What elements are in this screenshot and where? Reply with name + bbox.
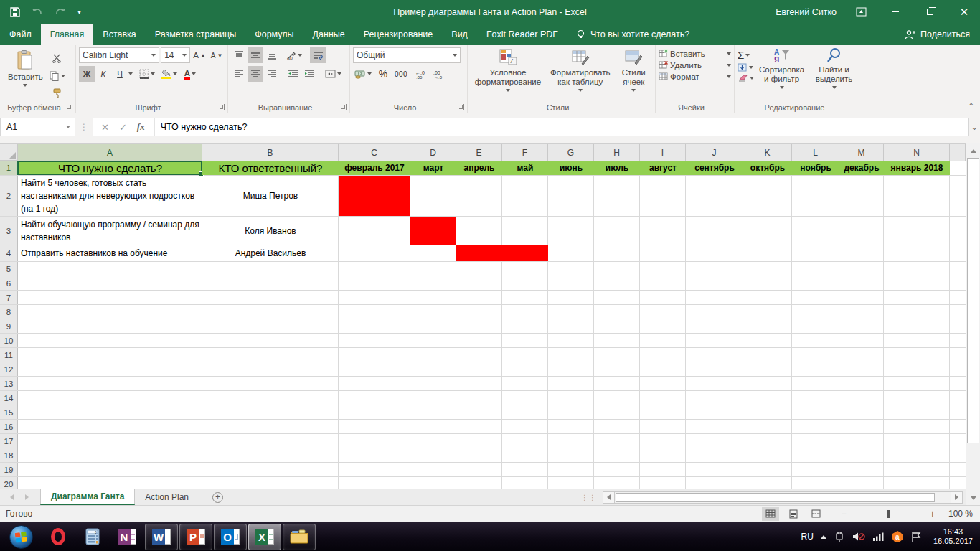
- font-color-icon[interactable]: А: [182, 66, 198, 82]
- tab-data[interactable]: Данные: [303, 24, 354, 45]
- grid-row-19[interactable]: 19: [0, 463, 966, 477]
- taskbar-calculator-button[interactable]: 0: [76, 524, 109, 550]
- bold-button[interactable]: Ж: [79, 66, 95, 82]
- avast-icon[interactable]: a: [891, 531, 904, 543]
- format-painter-icon[interactable]: [48, 85, 67, 100]
- column-header-E[interactable]: E: [456, 144, 502, 161]
- delete-cells-button[interactable]: Удалить: [659, 60, 731, 70]
- taskbar-explorer-button[interactable]: [283, 524, 316, 550]
- row-header-6[interactable]: 6: [0, 276, 18, 290]
- cell-A3-task[interactable]: Найти обучающую программу / семинар для …: [18, 217, 202, 245]
- italic-button[interactable]: К: [95, 66, 111, 82]
- cell-E4-bar[interactable]: [456, 245, 502, 261]
- row-header-16[interactable]: 16: [0, 420, 18, 433]
- row-header-9[interactable]: 9: [0, 319, 18, 333]
- font-dialog-launcher[interactable]: [218, 104, 225, 110]
- cell-D1-month[interactable]: март: [410, 161, 456, 175]
- align-middle-icon[interactable]: [248, 47, 263, 63]
- grid-row-20[interactable]: 20: [0, 477, 966, 489]
- format-as-table-button[interactable]: Форматировать как таблицу: [545, 47, 615, 100]
- cell-D4[interactable]: [410, 245, 456, 261]
- clipboard-dialog-launcher[interactable]: [66, 104, 72, 110]
- merge-center-icon[interactable]: [324, 66, 343, 82]
- taskbar-outlook-button[interactable]: O: [214, 524, 247, 550]
- power-plug-icon[interactable]: [834, 531, 845, 542]
- cut-icon[interactable]: [48, 51, 67, 66]
- align-top-icon[interactable]: [231, 47, 247, 63]
- network-signal-icon[interactable]: [872, 532, 884, 542]
- currency-icon[interactable]: [353, 66, 373, 82]
- new-sheet-icon[interactable]: +: [212, 492, 223, 503]
- font-name-combo[interactable]: Calibri Light: [79, 47, 159, 63]
- row-header-13[interactable]: 13: [0, 377, 18, 390]
- horizontal-scroll-track[interactable]: [615, 491, 951, 504]
- undo-icon[interactable]: [32, 8, 43, 17]
- align-right-icon[interactable]: [264, 66, 280, 82]
- cell-J1-month[interactable]: сентябрь: [686, 161, 743, 175]
- cell-H1-month[interactable]: июль: [594, 161, 640, 175]
- cell-L1-month[interactable]: ноябрь: [792, 161, 839, 175]
- cell-E3[interactable]: [456, 217, 502, 245]
- taskbar-clock[interactable]: 16:43 16.05.2017: [929, 527, 973, 546]
- taskbar-opera-button[interactable]: [42, 524, 75, 550]
- column-header-N[interactable]: N: [884, 144, 950, 161]
- row-header-14[interactable]: 14: [0, 391, 18, 405]
- conditional-formatting-button[interactable]: ≠ Условное форматирование: [471, 47, 545, 100]
- column-header-F[interactable]: F: [502, 144, 548, 161]
- cancel-entry-icon[interactable]: ✕: [101, 122, 109, 133]
- tab-home[interactable]: Главная: [41, 24, 94, 45]
- grid-row-17[interactable]: 17: [0, 434, 966, 448]
- customize-qat-icon[interactable]: ▾: [77, 8, 82, 16]
- row-header-8[interactable]: 8: [0, 305, 18, 319]
- cell-N1-month[interactable]: январь 2018: [884, 161, 950, 175]
- restore-button[interactable]: [920, 4, 940, 20]
- paste-button[interactable]: Вставить: [3, 47, 48, 100]
- insert-cells-button[interactable]: Вставить: [659, 49, 731, 58]
- horizontal-scroll-thumb[interactable]: [616, 493, 935, 502]
- cell-E2[interactable]: [456, 176, 502, 216]
- confirm-entry-icon[interactable]: ✓: [119, 122, 127, 133]
- vertical-scroll-thumb[interactable]: [967, 158, 979, 443]
- grow-font-button[interactable]: А▲: [192, 47, 207, 63]
- grid-row-12[interactable]: 12: [0, 362, 966, 377]
- volume-muted-icon[interactable]: [852, 531, 865, 542]
- zoom-slider-thumb[interactable]: [887, 510, 890, 518]
- scroll-up-icon[interactable]: [966, 143, 980, 158]
- column-header-A[interactable]: A: [18, 144, 202, 161]
- ribbon-display-options-icon[interactable]: [851, 4, 871, 20]
- grid-row-10[interactable]: 10: [0, 334, 966, 348]
- align-bottom-icon[interactable]: [264, 47, 280, 63]
- grid-row-14[interactable]: 14: [0, 391, 966, 405]
- grid-row-7[interactable]: 7: [0, 291, 966, 305]
- zoom-out-icon[interactable]: −: [841, 509, 847, 519]
- row-header-17[interactable]: 17: [0, 434, 18, 448]
- formula-input[interactable]: ЧТО нужно сделать?: [154, 118, 969, 136]
- row-header-15[interactable]: 15: [0, 405, 18, 419]
- column-header-C[interactable]: C: [339, 144, 410, 161]
- decrease-decimal-icon[interactable]: .00→,0: [432, 66, 448, 82]
- column-header-G[interactable]: G: [548, 144, 594, 161]
- cell-G1-month[interactable]: июнь: [548, 161, 594, 175]
- grid-row-16[interactable]: 16: [0, 420, 966, 434]
- sort-filter-button[interactable]: АЯ Сортировка и фильтр: [754, 47, 809, 100]
- format-cells-button[interactable]: Формат: [659, 72, 731, 81]
- column-header-B[interactable]: B: [202, 144, 339, 161]
- cell-C3[interactable]: [339, 217, 410, 245]
- cell-styles-button[interactable]: Стили ячеек: [615, 47, 652, 100]
- cell-F3[interactable]: [502, 217, 548, 245]
- cell-E1-month[interactable]: апрель: [456, 161, 502, 175]
- grid-row-6[interactable]: 6: [0, 276, 966, 291]
- grid-row-13[interactable]: 13: [0, 377, 966, 391]
- worksheet-grid[interactable]: 1 ЧТО нужно сделать? КТО ответственный? …: [0, 161, 966, 489]
- grid-row-8[interactable]: 8: [0, 305, 966, 319]
- cell-M1-month[interactable]: декабрь: [839, 161, 884, 175]
- language-indicator[interactable]: RU: [801, 532, 814, 542]
- collapse-ribbon-icon[interactable]: ⌃: [969, 102, 974, 110]
- row-header-1[interactable]: 1: [0, 161, 18, 175]
- cell-F1-month[interactable]: май: [502, 161, 548, 175]
- row-header-2[interactable]: 2: [0, 176, 18, 216]
- expand-formula-bar-icon[interactable]: ⌄: [969, 123, 980, 132]
- tab-insert[interactable]: Вставка: [93, 24, 145, 45]
- tab-formulas[interactable]: Формулы: [245, 24, 303, 45]
- action-center-flag-icon[interactable]: [911, 532, 922, 542]
